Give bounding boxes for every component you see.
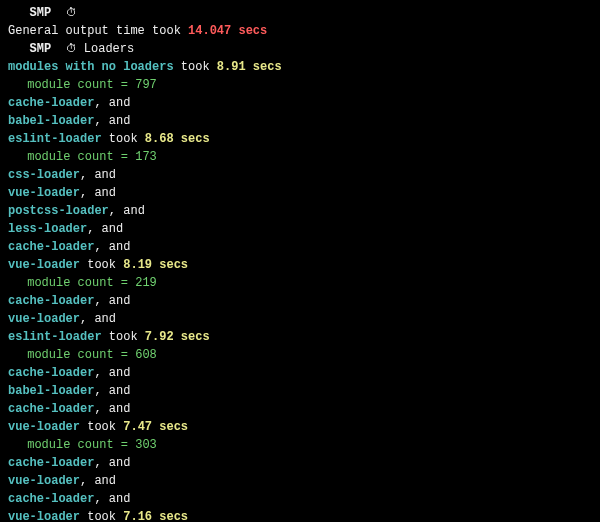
time-value: 8.68 secs xyxy=(145,132,210,146)
loader-name: vue-loader xyxy=(8,258,80,272)
module-count-line: module count = 303 xyxy=(8,436,592,454)
took-text: took xyxy=(102,330,145,344)
loader-name: cache-loader xyxy=(8,294,94,308)
loader-chain-line: vue-loader took 8.19 secs xyxy=(8,256,592,274)
loader-name: eslint-loader xyxy=(8,132,102,146)
and-text: , and xyxy=(80,186,116,200)
took-text: took xyxy=(80,510,123,522)
smp-header: SMP ⏱ xyxy=(8,4,592,22)
loader-name: less-loader xyxy=(8,222,87,236)
loader-name: vue-loader xyxy=(8,420,80,434)
and-text: , and xyxy=(87,222,123,236)
loader-chain-line: vue-loader took 7.16 secs xyxy=(8,508,592,522)
loader-name: cache-loader xyxy=(8,402,94,416)
stopwatch-icon: ⏱ xyxy=(66,41,77,58)
loader-name: css-loader xyxy=(8,168,80,182)
general-time: 14.047 secs xyxy=(188,24,267,38)
module-count: module count = 173 xyxy=(20,150,157,164)
loader-chain-line: cache-loader, and xyxy=(8,238,592,256)
and-text: , and xyxy=(80,168,116,182)
loader-chain-line: cache-loader, and xyxy=(8,364,592,382)
loader-name: cache-loader xyxy=(8,366,94,380)
module-count-line: module count = 173 xyxy=(8,148,592,166)
module-count: module count = 608 xyxy=(20,348,157,362)
and-text: , and xyxy=(109,204,145,218)
loaders-header: SMP ⏱ Loaders xyxy=(8,40,592,58)
loader-name: postcss-loader xyxy=(8,204,109,218)
smp-label: SMP xyxy=(8,42,66,56)
and-text: , and xyxy=(80,474,116,488)
and-text: , and xyxy=(94,294,130,308)
loader-name: vue-loader xyxy=(8,312,80,326)
loader-chain-line: less-loader, and xyxy=(8,220,592,238)
loader-chain-line: cache-loader, and xyxy=(8,94,592,112)
loader-chain-line: css-loader, and xyxy=(8,166,592,184)
general-output-line: General output time took 14.047 secs xyxy=(8,22,592,40)
general-prefix: General output time took xyxy=(8,24,188,38)
module-count: module count = 219 xyxy=(20,276,157,290)
loader-name: eslint-loader xyxy=(8,330,102,344)
and-text: , and xyxy=(94,114,130,128)
loader-chain-line: babel-loader, and xyxy=(8,112,592,130)
time-value: 7.92 secs xyxy=(145,330,210,344)
and-text: , and xyxy=(94,384,130,398)
loader-chain-line: vue-loader, and xyxy=(8,184,592,202)
loader-chain-line: vue-loader, and xyxy=(8,472,592,490)
loader-chain-line: eslint-loader took 7.92 secs xyxy=(8,328,592,346)
and-text: , and xyxy=(94,402,130,416)
loader-chain-line: cache-loader, and xyxy=(8,454,592,472)
took-text: took xyxy=(174,60,217,74)
loader-name: cache-loader xyxy=(8,492,94,506)
module-count: module count = 303 xyxy=(20,438,157,452)
loader-chain-line: babel-loader, and xyxy=(8,382,592,400)
and-text: , and xyxy=(94,492,130,506)
time-value: 7.16 secs xyxy=(123,510,188,522)
loader-chain-line: vue-loader, and xyxy=(8,310,592,328)
loader-name: vue-loader xyxy=(8,510,80,522)
loader-chain-line: eslint-loader took 8.68 secs xyxy=(8,130,592,148)
time-value: 7.47 secs xyxy=(123,420,188,434)
and-text: , and xyxy=(94,456,130,470)
and-text: , and xyxy=(94,96,130,110)
and-text: , and xyxy=(94,366,130,380)
loader-chain-line: modules with no loaders took 8.91 secs xyxy=(8,58,592,76)
loader-name: cache-loader xyxy=(8,456,94,470)
loader-name: cache-loader xyxy=(8,240,94,254)
loader-name: vue-loader xyxy=(8,186,80,200)
terminal-output: SMP ⏱General output time took 14.047 sec… xyxy=(8,4,592,522)
time-value: 8.19 secs xyxy=(123,258,188,272)
module-count-line: module count = 608 xyxy=(8,346,592,364)
loader-name: babel-loader xyxy=(8,114,94,128)
took-text: took xyxy=(80,420,123,434)
loader-name: babel-loader xyxy=(8,384,94,398)
loader-name: cache-loader xyxy=(8,96,94,110)
and-text: , and xyxy=(80,312,116,326)
loader-name: modules with no loaders xyxy=(8,60,174,74)
module-count-line: module count = 797 xyxy=(8,76,592,94)
loaders-title: Loaders xyxy=(77,42,135,56)
and-text: , and xyxy=(94,240,130,254)
loader-name: vue-loader xyxy=(8,474,80,488)
loader-chain-line: cache-loader, and xyxy=(8,490,592,508)
loader-chain-line: postcss-loader, and xyxy=(8,202,592,220)
module-count-line: module count = 219 xyxy=(8,274,592,292)
took-text: took xyxy=(102,132,145,146)
smp-label: SMP xyxy=(8,6,66,20)
loader-chain-line: cache-loader, and xyxy=(8,292,592,310)
took-text: took xyxy=(80,258,123,272)
time-value: 8.91 secs xyxy=(217,60,282,74)
stopwatch-icon: ⏱ xyxy=(66,5,77,22)
loader-chain-line: vue-loader took 7.47 secs xyxy=(8,418,592,436)
loader-chain-line: cache-loader, and xyxy=(8,400,592,418)
module-count: module count = 797 xyxy=(20,78,157,92)
